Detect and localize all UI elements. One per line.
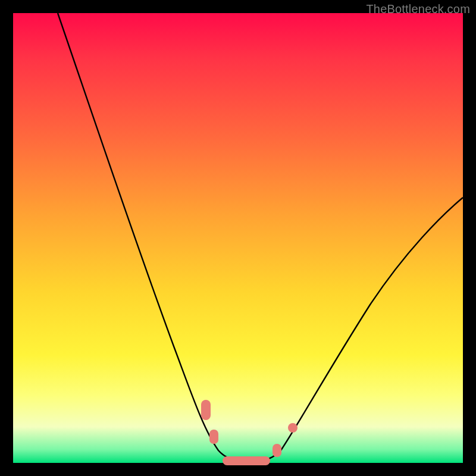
marker-pill bbox=[209, 430, 218, 444]
bottleneck-curve bbox=[58, 13, 463, 462]
marker-pill bbox=[201, 400, 211, 420]
marker-pill bbox=[273, 444, 281, 457]
chart-svg bbox=[13, 13, 463, 463]
marker-bar bbox=[223, 456, 270, 465]
curve-markers bbox=[201, 400, 298, 465]
watermark-text: TheBottleneck.com bbox=[366, 2, 470, 16]
marker-dot bbox=[288, 423, 298, 433]
chart-frame: TheBottleneck.com bbox=[0, 0, 476, 476]
chart-plot-area bbox=[13, 13, 463, 463]
